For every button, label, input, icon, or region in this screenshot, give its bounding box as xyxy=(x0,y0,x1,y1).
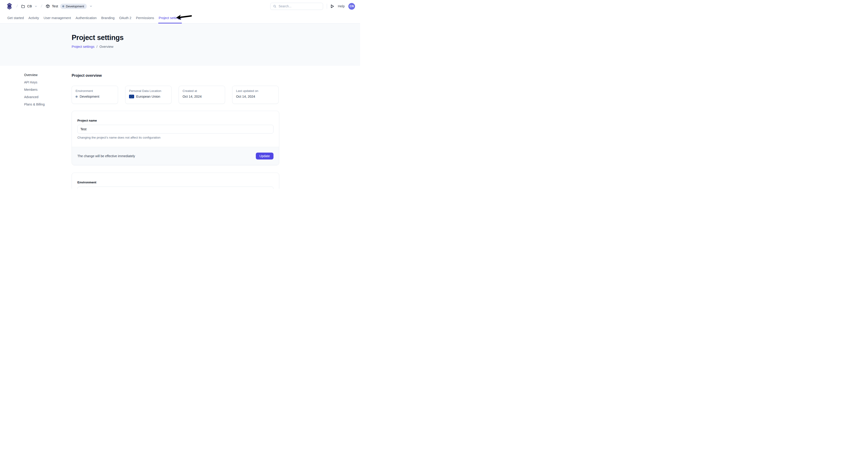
breadcrumb-separator: / xyxy=(17,4,18,8)
card-created-at: Created at Oct 14, 2024 xyxy=(179,86,225,104)
breadcrumb-separator: / xyxy=(41,4,42,8)
status-dot-icon xyxy=(62,5,64,7)
tab-branding[interactable]: Branding xyxy=(101,12,115,23)
card-label: Last updated on xyxy=(236,89,275,93)
topbar-actions: Help CN xyxy=(270,3,355,10)
tab-get-started[interactable]: Get started xyxy=(7,12,24,23)
tab-oauth2[interactable]: OAuth 2 xyxy=(119,12,131,23)
project-name-input[interactable] xyxy=(78,125,274,134)
card-label: Environment xyxy=(75,89,114,93)
card-last-updated: Last updated on Oct 14, 2024 xyxy=(232,86,279,104)
project-name-footer: The change will be effective immediately… xyxy=(72,147,279,165)
update-button[interactable]: Update xyxy=(256,152,274,160)
play-icon xyxy=(331,4,334,8)
topbar: / CB / xyxy=(0,0,360,12)
project-name-form: Project name Changing the project's name… xyxy=(72,111,279,147)
sidebar-item-members[interactable]: Members xyxy=(24,88,72,95)
environment-label: Environment xyxy=(78,181,274,184)
sidebar-item-plans-billing[interactable]: Plans & Billing xyxy=(24,103,72,110)
sidebar-item-api-keys[interactable]: API Keys xyxy=(24,81,72,88)
card-value-text: Oct 14, 2024 xyxy=(236,95,255,98)
page-title: Project settings xyxy=(72,33,360,42)
project-switcher-button[interactable]: Test Development xyxy=(46,4,93,9)
card-label: Created at xyxy=(183,89,221,93)
project-name-helper: Changing the project's name does not aff… xyxy=(78,136,274,147)
search-input[interactable] xyxy=(279,4,320,8)
project-name-label: Project name xyxy=(78,119,274,122)
breadcrumb-link-project-settings[interactable]: Project settings xyxy=(72,45,94,49)
card-label: Personal Data Location xyxy=(129,89,167,93)
card-value: European Union xyxy=(129,95,167,98)
card-value-text: Oct 14, 2024 xyxy=(183,95,202,98)
search-box[interactable] xyxy=(270,3,323,10)
card-personal-data-location: Personal Data Location xyxy=(125,86,172,104)
app-logo-icon[interactable] xyxy=(6,2,13,10)
environment-select[interactable]: Development xyxy=(78,187,274,189)
help-link[interactable]: Help xyxy=(338,4,345,8)
status-dot-icon xyxy=(75,95,78,98)
sidebar-item-advanced[interactable]: Advanced xyxy=(24,95,72,103)
breadcrumb-separator: / xyxy=(96,45,97,49)
environment-form: Environment Development xyxy=(72,173,279,189)
tab-permissions[interactable]: Permissions xyxy=(136,12,154,23)
sidebar-item-overview[interactable]: Overview xyxy=(24,73,72,81)
breadcrumb-current: Overview xyxy=(99,45,113,49)
environment-panel: Environment Development xyxy=(72,173,279,189)
hero-section: Project settings Project settings / Over… xyxy=(0,23,360,66)
settings-sidebar: Overview API Keys Members Advanced Plans… xyxy=(0,73,72,189)
card-value: Oct 14, 2024 xyxy=(236,95,275,98)
card-value: Oct 14, 2024 xyxy=(183,95,221,98)
environment-badge: Development xyxy=(60,4,87,9)
tab-user-management[interactable]: User management xyxy=(43,12,71,23)
content-area: Overview API Keys Members Advanced Plans… xyxy=(0,66,360,189)
org-switcher-button[interactable]: CB xyxy=(21,4,37,8)
project-settings-page: / CB / xyxy=(0,0,360,189)
overview-cards: Environment Development Personal Data Lo… xyxy=(72,86,279,104)
package-icon xyxy=(46,4,50,8)
page-breadcrumb: Project settings / Overview xyxy=(72,45,360,49)
tab-bar: Get started Activity User management Aut… xyxy=(0,12,360,23)
avatar[interactable]: CN xyxy=(348,3,355,10)
card-environment: Environment Development xyxy=(72,86,118,104)
section-title: Project overview xyxy=(72,73,279,78)
search-icon xyxy=(273,5,277,8)
eu-flag-icon xyxy=(129,95,134,98)
main-panel: Project overview Environment Development… xyxy=(72,73,279,189)
card-value-text: European Union xyxy=(136,95,160,98)
chevron-down-icon xyxy=(34,5,37,8)
project-name-panel: Project name Changing the project's name… xyxy=(72,111,279,165)
tab-activity[interactable]: Activity xyxy=(29,12,39,23)
folder-icon xyxy=(21,4,25,8)
card-value-text: Development xyxy=(80,95,99,98)
chevron-down-icon xyxy=(89,5,93,8)
project-label: Test xyxy=(52,4,58,8)
card-value: Development xyxy=(75,95,114,98)
org-label: CB xyxy=(27,4,32,8)
tab-authentication[interactable]: Authentication xyxy=(75,12,97,23)
footer-note: The change will be effective immediately xyxy=(78,154,135,158)
tab-project-settings[interactable]: Project settings xyxy=(159,12,181,23)
play-button[interactable] xyxy=(331,4,334,8)
breadcrumb: / CB / xyxy=(6,2,93,10)
environment-badge-label: Development xyxy=(66,5,84,8)
